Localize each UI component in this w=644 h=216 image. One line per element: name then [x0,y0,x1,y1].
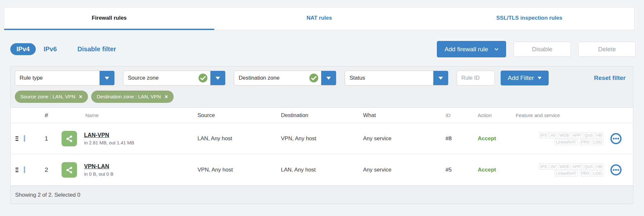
filter-chip-label: Source zone : LAN, VPN [20,94,75,100]
feature-badge: AV [549,163,557,170]
row-checkbox[interactable] [24,166,25,173]
filter-chip-label: Destination zone : LAN, VPN [97,94,161,100]
header-action: Action [470,113,516,118]
add-firewall-rule-label: Add firewall rule [445,46,488,53]
cell-id: #8 [439,135,470,142]
header-number: # [36,112,57,119]
triangle-down-icon [105,77,109,80]
filter-chip-source-zone[interactable]: Source zone : LAN, VPN ✕ [15,91,88,103]
header-what: What [363,112,439,119]
add-firewall-rule-button[interactable]: Add firewall rule [437,41,506,57]
row-number: 2 [36,166,57,173]
add-filter-label: Add Filter [508,74,534,82]
feature-badge: AV [549,132,557,138]
chevron-down-icon [495,47,498,51]
action-bar: IPv4 IPv6 Disable filter Add firewall ru… [10,41,636,57]
feature-badge: IPS [539,163,548,170]
cell-what: Any service [363,167,439,173]
rule-type-select[interactable]: Rule type [15,71,115,85]
tab-firewall-rules[interactable]: Firewall rules [4,7,214,30]
disable-button[interactable]: Disable [514,42,571,57]
row-number: 1 [36,135,57,142]
rule-traffic: in 2.81 MB, out 1.41 MB [84,140,134,145]
table-footer: Showing 2 of 2. Selected 0 [11,186,633,204]
rule-id-input[interactable] [457,71,495,85]
feature-badge: APP [571,132,582,138]
feature-badge: LinkedNAT [554,139,577,145]
feature-badge: WEB [558,132,570,138]
firewall-rules-page: Firewall rules NAT rules SSL/TLS inspect… [0,0,644,216]
row-menu-icon[interactable] [610,133,622,145]
drag-handle[interactable] [15,136,18,141]
cell-features: IPSAVWEBAPPQoSHB LinkedNATPRXLOG [516,163,608,176]
rules-table: # Name Source Destination What ID Action… [11,107,633,186]
cell-what: Any service [363,135,439,142]
table-row: 1 LAN-VPN in 2.81 MB, out 1.41 MB LAN, A… [11,123,633,154]
ipv6-toggle[interactable]: IPv6 [43,45,57,53]
triangle-down-icon [438,77,443,80]
dropdown-arrow-button[interactable] [100,71,114,85]
triangle-down-icon [326,77,331,80]
row-checkbox[interactable] [24,135,25,142]
filter-applied-check-icon [309,73,319,83]
table-row: 2 VPN-LAN in 0 B, out 0 B VPN, Any host … [11,154,633,186]
dropdown-arrow-button[interactable] [321,71,336,85]
rule-name-link[interactable]: VPN-LAN [84,163,109,170]
tab-nat-rules[interactable]: NAT rules [214,7,424,30]
remove-filter-icon[interactable]: ✕ [164,94,168,99]
cell-destination: VPN, Any host [281,135,363,142]
dropdown-arrow-button[interactable] [210,71,225,85]
showing-count-text: Showing 2 of 2. Selected 0 [15,192,80,198]
applied-filter-chips: Source zone : LAN, VPN ✕ Destination zon… [15,91,629,103]
status-select[interactable]: Status [345,71,448,85]
tab-bar: Firewall rules NAT rules SSL/TLS inspect… [4,7,635,30]
header-source: Source [197,112,281,119]
add-filter-button[interactable]: Add Filter [501,71,549,85]
filter-toolbar: Rule type Source zone Destination zone [11,66,633,107]
filter-applied-check-icon [198,73,208,83]
rule-traffic: in 0 B, out 0 B [84,172,113,177]
cell-action: Accept [470,135,516,142]
triangle-down-icon [216,77,220,80]
cell-features: IPSAVWEBAPPQoSHB LinkedNATPRXLOG [516,132,608,145]
reset-filter-link[interactable]: Reset filter [594,74,629,82]
filter-chip-destination-zone[interactable]: Destination zone : LAN, VPN ✕ [91,91,174,103]
feature-badge: LOG [592,139,603,145]
header-id: ID [439,113,470,118]
feature-badge: LOG [592,170,603,176]
destination-zone-select[interactable]: Destination zone [234,71,336,85]
tab-ssl-tls-inspection-rules[interactable]: SSL/TLS inspection rules [424,7,634,30]
drag-handle[interactable] [15,168,18,172]
delete-button[interactable]: Delete [578,42,636,57]
header-destination: Destination [281,112,363,119]
rule-name-link[interactable]: LAN-VPN [84,132,109,139]
feature-badge: QoS [583,163,594,170]
source-zone-label: Source zone [123,75,198,81]
status-label: Status [345,75,433,81]
dropdown-arrow-button[interactable] [433,71,448,85]
header-name: Name [85,113,99,118]
feature-badge: PRX [580,139,591,145]
cell-destination: LAN, Any host [281,167,363,173]
rule-type-label: Rule type [15,75,100,81]
feature-badge: IPS [539,132,548,138]
row-menu-icon[interactable] [610,164,622,176]
feature-badge: LinkedNAT [554,170,577,176]
cell-action: Accept [470,167,516,173]
feature-badge: HB [595,163,603,170]
feature-badge: HB [595,132,603,138]
triangle-down-icon [538,77,542,79]
ipv4-toggle[interactable]: IPv4 [10,43,36,55]
remove-filter-icon[interactable]: ✕ [79,94,83,99]
destination-zone-label: Destination zone [234,75,309,81]
feature-badge: QoS [583,132,594,138]
rules-panel: Rule type Source zone Destination zone [10,66,633,204]
feature-badge: PRX [580,170,591,176]
feature-badge: APP [571,163,582,170]
network-rule-icon [62,162,77,178]
cell-source: VPN, Any host [197,167,281,173]
source-zone-select[interactable]: Source zone [123,71,226,85]
cell-source: LAN, Any host [197,135,281,142]
disable-filter-link[interactable]: Disable filter [77,45,116,53]
feature-badge: WEB [558,163,570,170]
